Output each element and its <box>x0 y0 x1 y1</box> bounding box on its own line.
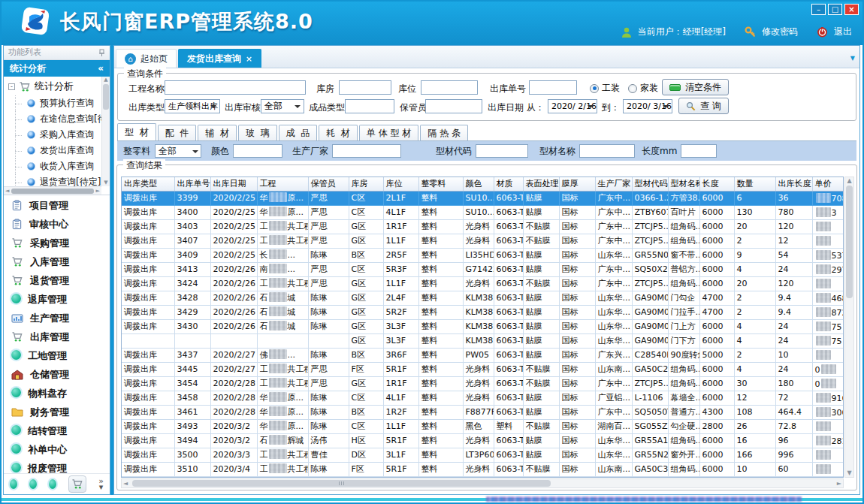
sidebar-item-退货管理[interactable]: 退货管理 <box>4 271 110 290</box>
sidebar-item-补单中心[interactable]: 补单中心 <box>4 440 110 459</box>
sidebar-item-生产管理[interactable]: 生产管理 <box>4 309 110 327</box>
table-row[interactable]: 调拨出库34372020/2/27佛...陈琳B区3R6F整料PW056063-… <box>122 348 844 362</box>
column-header-单价[interactable]: 单价 <box>812 177 844 191</box>
tree-item-退货查询[待定][interactable]: 退货查询[待定] <box>4 174 101 186</box>
module-dot-icon[interactable] <box>49 479 56 489</box>
table-row[interactable]: 调拨出库34282020/2/26石城陈琳G区2L4F整料KLM38176063… <box>122 291 844 305</box>
column-header-出库日期[interactable]: 出库日期 <box>210 177 257 191</box>
tab-发货出库查询[interactable]: 发货出库查询× <box>178 49 261 68</box>
profile-name-input[interactable] <box>579 144 635 158</box>
column-header-库房[interactable]: 库房 <box>349 177 383 191</box>
table-row[interactable]: 调拨出库34002020/2/25华原...严思C区4L1F整料SU10...6… <box>122 205 844 219</box>
table-row[interactable]: 调拨出库34612020/2/28华原...陈琳B区1R2F整料F8877FT6… <box>122 405 844 419</box>
tab-起始页[interactable]: ⌂起始页 <box>116 49 177 68</box>
tree-vertical-scrollbar[interactable]: ▲▼ <box>101 77 110 186</box>
search-button[interactable]: 查 询 <box>678 98 729 114</box>
close-button[interactable]: × <box>844 4 859 15</box>
table-row[interactable]: 调拨出库34292020/2/26石城陈琳G区5R2F整料KLM38176063… <box>122 305 844 319</box>
out-type-select[interactable]: 生产领料出库 <box>165 99 220 113</box>
table-row[interactable]: 调拨出库34942020/3/2石辉城汤伟H区5R1F整料光身料6063-T5贴… <box>122 433 844 448</box>
column-header-型材名称[interactable]: 型材名称 <box>668 177 699 191</box>
sidebar-item-入库管理[interactable]: 入库管理 <box>4 252 110 271</box>
module-dot-icon[interactable] <box>29 479 37 489</box>
column-header-型材代码[interactable]: 型材代码 <box>632 177 668 191</box>
close-tab-icon[interactable]: × <box>246 54 252 64</box>
table-row[interactable]: 调拨出库34452020/2/27工共工程严思F区5R1F整料光身料6063-T… <box>122 362 844 376</box>
sidebar-item-报废管理[interactable]: 报废管理 <box>4 459 110 473</box>
table-row[interactable]: 调拨出库34932020/3/2华原...陈琳C区1L1F整料黑色塑料不贴膜国标… <box>122 419 844 433</box>
table-row[interactable]: 调拨出库35102020/3/4工共工程陈琳F区5R1F整料光身料6063-T5… <box>122 462 844 476</box>
project-name-input[interactable] <box>165 80 306 95</box>
product-type-input[interactable] <box>345 99 394 113</box>
table-row[interactable]: 调拨出库34302020/2/26石城陈琳G区3L3F整料KLM38176063… <box>122 319 844 333</box>
table-row[interactable]: 调拨出库34582020/2/28华原...陈琳C区4L1F整料光身料6063-… <box>122 391 844 405</box>
table-row[interactable]: G区3L3F整料KLM38176063-T5贴膜国标山东华...GA90M09.… <box>122 333 844 348</box>
column-header-生产厂家[interactable]: 生产厂家 <box>595 177 632 191</box>
collapse-icon[interactable]: « <box>98 60 104 77</box>
maximize-button[interactable]: □ <box>828 4 842 15</box>
sidebar-item-项目管理[interactable]: 项目管理 <box>4 196 110 215</box>
table-row[interactable]: 调拨出库34242020/2/26工共工程严思G区1L1F整料光身料6063-T… <box>122 276 844 291</box>
material-tab-单体型材[interactable]: 单 体 型 材 <box>359 125 418 140</box>
radio-home[interactable]: 家装 <box>628 82 658 95</box>
column-header-出库长度[interactable]: 出库长度 <box>775 177 812 191</box>
vendor-input[interactable] <box>332 144 401 158</box>
table-row[interactable]: 调拨出库34132020/2/26南...严思C区5R3F整料G71422606… <box>122 262 844 276</box>
material-tab-配件[interactable]: 配 件 <box>158 125 197 140</box>
pin-icon[interactable] <box>98 49 105 57</box>
tree-item-采购入库查询[interactable]: 采购入库查询 <box>4 127 101 143</box>
more-modules-chevron[interactable]: »▾ <box>98 478 104 490</box>
table-vertical-scrollbar[interactable]: ▲▼ <box>844 177 854 478</box>
sidebar-item-采购管理[interactable]: 采购管理 <box>4 234 110 252</box>
tree-expander-icon[interactable]: - <box>8 83 15 90</box>
warehouse-input[interactable] <box>339 80 391 95</box>
profile-code-input[interactable] <box>476 144 528 158</box>
sidebar-item-退库管理[interactable]: 退库管理 <box>4 290 110 309</box>
whole-piece-select[interactable]: 全部 <box>155 144 201 158</box>
change-password-link[interactable]: 修改密码 <box>762 26 798 38</box>
table-horizontal-scrollbar[interactable]: ◄► <box>121 478 844 488</box>
sidebar-item-物料盘存[interactable]: 物料盘存 <box>4 384 110 403</box>
column-header-出库类型[interactable]: 出库类型 <box>122 177 174 191</box>
table-row[interactable]: 调拨出库34542020/2/28工共工程严思G区1R1F整料光身料6063-T… <box>122 376 844 391</box>
tree-item-发货出库查询[interactable]: 发货出库查询 <box>4 143 101 158</box>
column-header-保管员[interactable]: 保管员 <box>308 177 349 191</box>
sidebar-item-工地管理[interactable]: 工地管理 <box>4 346 110 365</box>
date-from-picker[interactable]: 2020/ 2/16 <box>548 99 597 113</box>
column-header-出库单号[interactable]: 出库单号 <box>174 177 210 191</box>
material-tab-型材[interactable]: 型 材 <box>117 123 156 140</box>
color-input[interactable] <box>233 144 282 158</box>
column-header-表面处理[interactable]: 表面处理 <box>523 177 559 191</box>
cart-module-button[interactable] <box>68 475 86 493</box>
module-dot-icon[interactable] <box>10 479 17 489</box>
tab-list-dropdown-icon[interactable]: ▼ <box>850 55 855 62</box>
column-header-膜厚[interactable]: 膜厚 <box>559 177 595 191</box>
sidebar-item-财务管理[interactable]: 财务管理 <box>4 403 110 421</box>
keeper-input[interactable] <box>425 99 482 113</box>
sidebar-item-审核中心[interactable]: 审核中心 <box>4 215 110 234</box>
table-row[interactable]: 调拨出库34072020/2/25工共工程严思G区1L1F整料光身料6063-T… <box>122 234 844 248</box>
tree-horizontal-scrollbar[interactable]: ◄► <box>4 186 101 195</box>
sidebar-item-结转管理[interactable]: 结转管理 <box>4 421 110 440</box>
tree-item-收货入库查询[interactable]: 收货入库查询 <box>4 158 101 174</box>
table-row[interactable]: 调拨出库35122020/3/4工共工程陈琳F区1L2F整料光身料6063-T5… <box>122 476 844 478</box>
column-header-数量[interactable]: 数量 <box>734 177 775 191</box>
material-tab-玻璃[interactable]: 玻 璃 <box>238 125 277 140</box>
column-header-库位[interactable]: 库位 <box>383 177 418 191</box>
table-row[interactable]: 调拨出库34032020/2/25工共工程严思G区1R1F整料光身料6063-T… <box>122 219 844 234</box>
audit-select[interactable]: 全部 <box>261 99 304 113</box>
column-header-整零料[interactable]: 整零料 <box>418 177 463 191</box>
column-header-材质[interactable]: 材质 <box>494 177 523 191</box>
column-header-工程[interactable]: 工程 <box>257 177 308 191</box>
tree-root-stats[interactable]: - 统计分析 <box>4 78 101 95</box>
date-to-picker[interactable]: 2020/ 3/16 <box>623 99 672 113</box>
sidebar-item-出库管理[interactable]: 出库管理 <box>4 327 110 346</box>
column-header-长度[interactable]: 长度 <box>699 177 734 191</box>
table-row[interactable]: 调拨出库33992020/2/25华原...严思C区2L1F整料SU10...6… <box>122 191 844 205</box>
stats-section-header[interactable]: 统计分析 « <box>4 60 110 77</box>
logout-link[interactable]: 退出 <box>834 26 852 38</box>
clear-conditions-button[interactable]: 清空条件 <box>662 79 729 95</box>
material-tab-耗材[interactable]: 耗 材 <box>319 125 358 140</box>
radio-industrial[interactable]: 工装 <box>590 82 620 95</box>
material-tab-辅材[interactable]: 辅 材 <box>198 125 237 140</box>
